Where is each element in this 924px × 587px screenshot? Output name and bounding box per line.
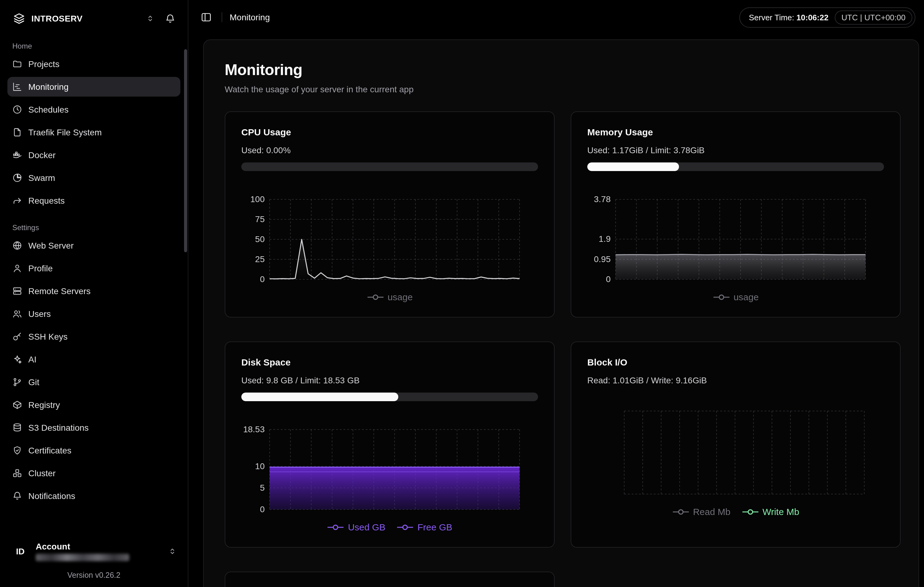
memory-usage-card: Memory Usage Used: 1.17GiB / Limit: 3.78… bbox=[571, 111, 901, 318]
legend-item: Used GB bbox=[327, 522, 385, 532]
legend-label: Read Mb bbox=[693, 506, 730, 517]
sidebar-item-label: Certificates bbox=[28, 445, 71, 455]
sidebar-item-notifications[interactable]: Notifications bbox=[7, 486, 180, 506]
sidebar-item-remote-servers[interactable]: Remote Servers bbox=[7, 281, 180, 301]
legend-line-icon bbox=[366, 293, 384, 300]
network-io-card: Network I/O In MB: 1.98MB / Out MB: 2.75… bbox=[225, 572, 554, 587]
timezone-badge: UTC | UTC+00:00 bbox=[835, 10, 912, 24]
sidebar-item-monitoring[interactable]: Monitoring bbox=[7, 77, 180, 97]
sidebar-item-git[interactable]: Git bbox=[7, 372, 180, 392]
card-stat: Read: 1.01GiB / Write: 9.16GiB bbox=[587, 375, 884, 385]
org-selector[interactable]: INTROSERV bbox=[8, 8, 158, 28]
sidebar-item-label: Docker bbox=[28, 150, 56, 160]
boxes-icon bbox=[12, 468, 22, 478]
user-icon bbox=[12, 263, 22, 273]
sidebar-item-projects[interactable]: Projects bbox=[7, 54, 180, 74]
sidebar-item-certificates[interactable]: Certificates bbox=[7, 440, 180, 460]
sidebar-item-label: Monitoring bbox=[28, 82, 69, 92]
legend-line-icon bbox=[713, 293, 730, 300]
introserv-logo-icon bbox=[12, 12, 26, 25]
card-title: Block I/O bbox=[587, 357, 884, 367]
card-stat: Used: 9.8 GB / Limit: 18.53 GB bbox=[241, 375, 538, 385]
svg-text:75: 75 bbox=[255, 214, 265, 224]
account-selector[interactable]: ID Account bbox=[7, 538, 180, 565]
sidebar-item-label: Schedules bbox=[28, 105, 69, 114]
sidebar-item-profile[interactable]: Profile bbox=[7, 259, 180, 278]
top-header: Monitoring Server Time: 10:06:22 UTC | U… bbox=[188, 0, 924, 35]
legend-line-icon bbox=[672, 508, 689, 515]
sidebar-item-traefik-file-system[interactable]: Traefik File System bbox=[7, 122, 180, 142]
sidebar-item-ssh-keys[interactable]: SSH Keys bbox=[7, 327, 180, 346]
memory-chart-svg: 3.781.90.950 bbox=[587, 196, 884, 283]
sidebar-item-requests[interactable]: Requests bbox=[7, 191, 180, 210]
disk-chart: 18.531050 bbox=[241, 426, 538, 516]
sidebar-item-label: Notifications bbox=[28, 491, 76, 501]
sparkles-icon bbox=[12, 355, 22, 364]
nav-section: Home Projects Monitoring bbox=[7, 42, 180, 214]
sidebar-toggle-button[interactable] bbox=[198, 9, 214, 25]
sidebar-item-schedules[interactable]: Schedules bbox=[7, 100, 180, 119]
chevrons-up-down-icon bbox=[168, 547, 177, 556]
legend-label: Used GB bbox=[348, 522, 385, 532]
cpu-chart-svg: 1007550250 bbox=[241, 196, 538, 283]
sidebar-item-label: S3 Destinations bbox=[28, 423, 89, 432]
legend-item: Free GB bbox=[396, 522, 452, 532]
sidebar-item-s3-destinations[interactable]: S3 Destinations bbox=[7, 418, 180, 437]
sidebar-item-web-server[interactable]: Web Server bbox=[7, 236, 180, 256]
sidebar-item-users[interactable]: Users bbox=[7, 304, 180, 324]
svg-text:3.78: 3.78 bbox=[594, 196, 611, 204]
forward-arrow-icon bbox=[12, 196, 22, 206]
card-title: Memory Usage bbox=[587, 127, 884, 137]
card-title: CPU Usage bbox=[241, 127, 538, 137]
cpu-usage-card: CPU Usage Used: 0.00% 1007550250 usage bbox=[225, 111, 554, 318]
server-time-value: 10:06:22 bbox=[797, 13, 828, 22]
legend-line-icon bbox=[327, 523, 344, 531]
legend-label: Free GB bbox=[417, 522, 452, 532]
server-stack-icon bbox=[12, 286, 22, 296]
disk-space-card: Disk Space Used: 9.8 GB / Limit: 18.53 G… bbox=[225, 341, 554, 547]
brand-name: INTROSERV bbox=[31, 13, 82, 23]
app: INTROSERV Home P bbox=[0, 0, 924, 587]
shield-check-icon bbox=[12, 445, 22, 455]
legend-item: usage bbox=[713, 292, 759, 302]
memory-chart-legend: usage bbox=[587, 292, 884, 302]
memory-progress-fill bbox=[587, 162, 679, 171]
header-divider bbox=[222, 12, 222, 22]
page-subtitle: Watch the usage of your server in the cu… bbox=[225, 84, 898, 94]
account-name: Account bbox=[36, 541, 162, 551]
account-email-redacted bbox=[36, 554, 129, 561]
sidebar-bottom: ID Account Version v0.26.2 bbox=[7, 538, 180, 582]
sidebar-nav: Home Projects Monitoring bbox=[7, 32, 180, 509]
block-io-card: Block I/O Read: 1.01GiB / Write: 9.16GiB… bbox=[571, 341, 901, 547]
card-title: Disk Space bbox=[241, 357, 538, 367]
nav-section: Settings Web Server Profile bbox=[7, 223, 180, 509]
notifications-bell-button[interactable] bbox=[161, 9, 179, 28]
disk-progress-fill bbox=[241, 392, 399, 401]
avatar: ID bbox=[11, 546, 30, 556]
sidebar-item-cluster[interactable]: Cluster bbox=[7, 463, 180, 483]
nav-section-label: Settings bbox=[7, 223, 180, 232]
docker-icon bbox=[12, 150, 22, 160]
sidebar-scrollbar[interactable] bbox=[184, 49, 187, 252]
svg-text:50: 50 bbox=[255, 234, 265, 244]
version-label: Version v0.26.2 bbox=[7, 565, 180, 582]
svg-text:10: 10 bbox=[255, 462, 265, 471]
svg-text:1.9: 1.9 bbox=[599, 234, 610, 244]
sidebar-item-label: AI bbox=[28, 355, 36, 364]
pie-chart-icon bbox=[12, 173, 22, 183]
sidebar-item-docker[interactable]: Docker bbox=[7, 145, 180, 165]
sidebar-item-label: Requests bbox=[28, 196, 64, 206]
bell-icon bbox=[12, 491, 22, 501]
sidebar-item-label: Git bbox=[28, 377, 40, 387]
sidebar-item-label: SSH Keys bbox=[28, 331, 68, 341]
sidebar-item-registry[interactable]: Registry bbox=[7, 395, 180, 415]
users-icon bbox=[12, 309, 22, 319]
sidebar-item-label: Users bbox=[28, 309, 51, 319]
sidebar-item-ai[interactable]: AI bbox=[7, 350, 180, 369]
disk-chart-legend: Used GBFree GB bbox=[241, 522, 538, 532]
sidebar-item-swarm[interactable]: Swarm bbox=[7, 168, 180, 188]
legend-item: usage bbox=[366, 292, 413, 302]
sidebar-item-label: Swarm bbox=[28, 173, 55, 183]
breadcrumb: Monitoring bbox=[229, 12, 270, 22]
sidebar-item-label: Projects bbox=[28, 59, 59, 69]
